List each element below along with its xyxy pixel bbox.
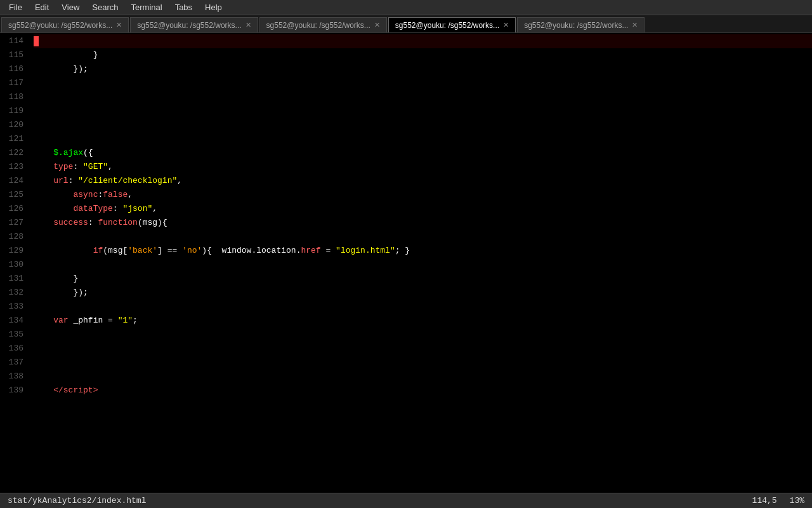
code-line-116: }); [34, 62, 812, 76]
ln-137: 137 [5, 356, 23, 370]
ln-120: 120 [5, 118, 23, 132]
tab-2[interactable]: sg552@youku: /sg552/works... ✕ [130, 17, 258, 32]
tabbar: sg552@youku: /sg552/works... ✕ sg552@you… [0, 15, 812, 33]
code-line-137 [34, 356, 812, 370]
ln-114: 114 [5, 34, 23, 48]
ln-116: 116 [5, 62, 23, 76]
status-percent: 13% [790, 496, 804, 505]
line-numbers: 114 115 116 117 118 119 120 121 122 123 … [0, 33, 29, 493]
ln-132: 132 [5, 286, 23, 300]
ln-127: 127 [5, 216, 23, 230]
ln-126: 126 [5, 202, 23, 216]
code-line-130 [34, 258, 812, 272]
tab-3[interactable]: sg552@youku: /sg552/works... ✕ [259, 17, 387, 32]
ln-117: 117 [5, 76, 23, 90]
ln-121: 121 [5, 132, 23, 146]
tab-2-label: sg552@youku: /sg552/works... [137, 21, 241, 30]
editor: 114 115 116 117 118 119 120 121 122 123 … [0, 33, 812, 493]
code-line-118 [34, 90, 812, 104]
ln-134: 134 [5, 314, 23, 328]
code-line-114 [34, 34, 812, 48]
ln-124: 124 [5, 174, 23, 188]
tab-4-label: sg552@youku: /sg552/works... [395, 21, 499, 30]
tab-5-label: sg552@youku: /sg552/works... [524, 21, 628, 30]
code-line-117 [34, 76, 812, 90]
code-area[interactable]: } }); $.ajax({ type: "GET", url: "/clien… [29, 33, 812, 493]
text-cursor [34, 36, 39, 46]
tab-1-close[interactable]: ✕ [116, 21, 122, 29]
menu-tabs[interactable]: Tabs [169, 1, 199, 13]
ln-128: 128 [5, 230, 23, 244]
code-line-135 [34, 328, 812, 342]
code-line-122: $.ajax({ [34, 146, 812, 160]
ln-123: 123 [5, 160, 23, 174]
tab-3-close[interactable]: ✕ [374, 21, 380, 29]
menu-help[interactable]: Help [199, 1, 228, 13]
ln-118: 118 [5, 90, 23, 104]
code-line-139: </script> [34, 384, 812, 398]
code-line-125: async:false, [34, 188, 812, 202]
ln-135: 135 [5, 328, 23, 342]
code-line-129: if(msg['back'] == 'no'){ window.location… [34, 244, 812, 258]
tab-3-label: sg552@youku: /sg552/works... [266, 21, 370, 30]
menubar: File Edit View Search Terminal Tabs Help [0, 0, 812, 15]
code-line-138 [34, 370, 812, 384]
ln-131: 131 [5, 272, 23, 286]
tab-1-label: sg552@youku: /sg552/works... [8, 21, 112, 30]
ln-138: 138 [5, 370, 23, 384]
ln-125: 125 [5, 188, 23, 202]
tab-1[interactable]: sg552@youku: /sg552/works... ✕ [1, 17, 129, 32]
ln-115: 115 [5, 48, 23, 62]
code-line-124: url: "/client/checklogin", [34, 174, 812, 188]
menu-search[interactable]: Search [86, 1, 124, 13]
code-line-121 [34, 132, 812, 146]
menu-edit[interactable]: Edit [29, 1, 55, 13]
ln-129: 129 [5, 244, 23, 258]
tab-2-close[interactable]: ✕ [246, 21, 251, 29]
code-line-119 [34, 104, 812, 118]
ln-130: 130 [5, 258, 23, 272]
ln-119: 119 [5, 104, 23, 118]
code-line-134: var _phfin = "1"; [34, 314, 812, 328]
code-line-131: } [34, 272, 812, 286]
tab-5[interactable]: sg552@youku: /sg552/works... ✕ [517, 17, 645, 32]
code-line-132: }); [34, 286, 812, 300]
menu-view[interactable]: View [55, 1, 86, 13]
tab-5-close[interactable]: ✕ [632, 21, 638, 29]
code-line-127: success: function(msg){ [34, 216, 812, 230]
code-line-136 [34, 342, 812, 356]
ln-136: 136 [5, 342, 23, 356]
code-line-128 [34, 230, 812, 244]
tab-4[interactable]: sg552@youku: /sg552/works... ✕ [388, 17, 516, 32]
statusbar: stat/ykAnalytics2/index.html 114,5 13% [0, 493, 812, 508]
ln-133: 133 [5, 300, 23, 314]
code-line-133 [34, 300, 812, 314]
tab-4-close[interactable]: ✕ [503, 21, 509, 29]
status-right: 114,5 13% [752, 496, 804, 505]
menu-terminal[interactable]: Terminal [125, 1, 169, 13]
code-line-120 [34, 118, 812, 132]
status-position: 114,5 [752, 496, 777, 505]
menu-file[interactable]: File [3, 1, 29, 13]
ln-122: 122 [5, 146, 23, 160]
status-filename: stat/ykAnalytics2/index.html [8, 496, 146, 505]
ln-139: 139 [5, 384, 23, 398]
code-line-123: type: "GET", [34, 160, 812, 174]
code-line-126: dataType: "json", [34, 202, 812, 216]
code-line-115: } [34, 48, 812, 62]
